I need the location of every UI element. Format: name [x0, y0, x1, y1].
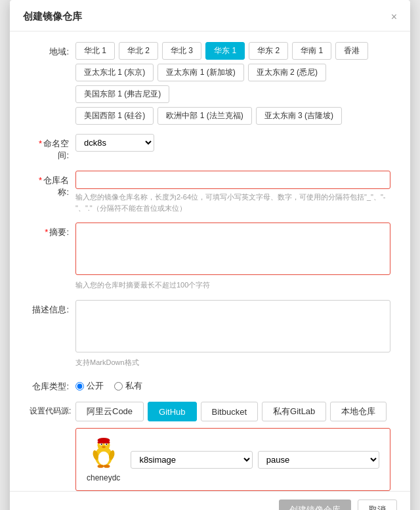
code-source-label: 设置代码源:	[30, 402, 75, 417]
github-source-box: cheneydc k8simage pause	[75, 428, 390, 491]
source-private-gitlab[interactable]: 私有GitLab	[262, 402, 326, 421]
svg-point-10	[97, 465, 103, 468]
code-source-row: 设置代码源: 阿里云Code GitHub Bitbucket 私有GitLab…	[30, 402, 390, 491]
source-bitbucket[interactable]: Bitbucket	[201, 402, 258, 421]
region-btn-sydney[interactable]: 亚太东南 2 (悉尼)	[248, 64, 326, 81]
region-btn-tokyo[interactable]: 亚太东北 1 (东京)	[75, 64, 154, 81]
region-btn-huadong1[interactable]: 华东 1	[205, 42, 245, 60]
cancel-button[interactable]: 取消	[358, 499, 397, 510]
dialog-title: 创建镜像仓库	[23, 11, 82, 23]
region-row: 地域: 华北 1 华北 2 华北 3 华东 1 华东 2 华南 1 香港 亚太东…	[30, 42, 390, 125]
namespace-row: 命名空间: dck8s	[30, 134, 390, 161]
region-grid-3: 美国西部 1 (硅谷) 欧洲中部 1 (法兰克福) 亚太东南 3 (吉隆坡)	[75, 107, 390, 125]
repo-name-content: 输入您的镜像仓库名称，长度为2-64位，可填写小写英文字母、数字，可使用的分隔符…	[75, 171, 390, 213]
namespace-label: 命名空间:	[30, 134, 75, 161]
svg-point-7	[102, 446, 106, 448]
dialog-header: 创建镜像仓库 ×	[10, 0, 410, 32]
source-aliyun[interactable]: 阿里云Code	[75, 402, 144, 421]
region-label: 地域:	[30, 42, 75, 58]
repo-type-content: 公开 私有	[75, 377, 390, 392]
region-content: 华北 1 华北 2 华北 3 华东 1 华东 2 华南 1 香港 亚太东北 1 …	[75, 42, 390, 125]
close-icon[interactable]: ×	[391, 12, 397, 22]
dialog-body: 地域: 华北 1 华北 2 华北 3 华东 1 华东 2 华南 1 香港 亚太东…	[10, 32, 410, 491]
github-username: cheneydc	[87, 473, 120, 482]
desc-label: 描述信息:	[30, 300, 75, 316]
region-btn-huabei1[interactable]: 华北 1	[75, 42, 115, 60]
region-btn-huadong2[interactable]: 华东 2	[249, 42, 288, 60]
repo-type-label: 仓库类型:	[30, 377, 75, 393]
svg-point-13	[97, 438, 110, 443]
tux-icon	[88, 436, 119, 471]
repo-name-select[interactable]: k8simage	[131, 451, 252, 469]
source-local[interactable]: 本地仓库	[330, 402, 387, 421]
region-btn-kl[interactable]: 亚太东南 3 (吉隆坡)	[256, 107, 342, 125]
repo-selects: k8simage pause	[131, 451, 379, 469]
summary-hint: 输入您的仓库时摘要最长不超过100个字符	[75, 280, 390, 291]
summary-row: 摘要: 输入您的仓库时摘要最长不超过100个字符	[30, 223, 390, 291]
desc-textarea[interactable]	[75, 300, 390, 352]
region-btn-silicon[interactable]: 美国西部 1 (硅谷)	[75, 107, 154, 125]
radio-public-label: 公开	[87, 380, 104, 392]
desc-content: 支持MarkDown格式	[75, 300, 390, 368]
source-github[interactable]: GitHub	[148, 402, 196, 421]
radio-public-input[interactable]	[75, 382, 84, 391]
summary-content: 输入您的仓库时摘要最长不超过100个字符	[75, 223, 390, 291]
svg-point-6	[106, 444, 107, 445]
region-grid-1: 华北 1 华北 2 华北 3 华东 1 华东 2 华南 1 香港	[75, 42, 390, 60]
summary-label: 摘要:	[30, 223, 75, 238]
svg-point-1	[98, 452, 109, 465]
create-button[interactable]: 创建镜像仓库	[279, 499, 351, 510]
repo-type-radio-group: 公开 私有	[75, 377, 390, 392]
namespace-content: dck8s	[75, 134, 390, 152]
namespace-select[interactable]: dck8s	[75, 134, 154, 152]
radio-private[interactable]: 私有	[114, 380, 142, 392]
repo-type-row: 仓库类型: 公开 私有	[30, 377, 390, 393]
desc-row: 描述信息: 支持MarkDown格式	[30, 300, 390, 368]
repo-branch-select[interactable]: pause	[258, 451, 379, 469]
region-btn-virginia[interactable]: 美国东部 1 (弗吉尼亚)	[75, 85, 169, 103]
desc-hint: 支持MarkDown格式	[75, 357, 390, 368]
radio-private-label: 私有	[125, 380, 142, 392]
region-btn-huanan1[interactable]: 华南 1	[292, 42, 331, 60]
radio-private-input[interactable]	[114, 382, 123, 391]
summary-textarea[interactable]	[75, 223, 390, 275]
region-btn-singapore[interactable]: 亚太东南 1 (新加坡)	[158, 64, 243, 81]
repo-name-row: 仓库名称: 输入您的镜像仓库名称，长度为2-64位，可填写小写英文字母、数字，可…	[30, 171, 390, 213]
repo-name-label: 仓库名称:	[30, 171, 75, 198]
repo-name-hint: 输入您的镜像仓库名称，长度为2-64位，可填写小写英文字母、数字，可使用的分隔符…	[75, 192, 390, 213]
create-mirror-dialog: 创建镜像仓库 × 地域: 华北 1 华北 2 华北 3 华东 1 华东 2 华南…	[10, 0, 410, 510]
region-btn-frankfurt[interactable]: 欧洲中部 1 (法兰克福)	[158, 107, 251, 125]
source-buttons: 阿里云Code GitHub Bitbucket 私有GitLab 本地仓库	[75, 402, 390, 421]
region-btn-huabei3[interactable]: 华北 3	[162, 42, 201, 60]
region-btn-huabei2[interactable]: 华北 2	[119, 42, 158, 60]
svg-point-5	[100, 444, 102, 445]
code-source-content: 阿里云Code GitHub Bitbucket 私有GitLab 本地仓库	[75, 402, 390, 491]
region-btn-xianggang[interactable]: 香港	[335, 42, 368, 60]
github-logo-area: cheneydc	[87, 436, 120, 482]
dialog-footer: 创建镜像仓库 取消	[10, 491, 410, 510]
repo-name-input[interactable]	[75, 171, 390, 189]
region-grid-2: 亚太东北 1 (东京) 亚太东南 1 (新加坡) 亚太东南 2 (悉尼) 美国东…	[75, 64, 390, 103]
radio-public[interactable]: 公开	[75, 380, 104, 392]
svg-point-11	[104, 465, 110, 468]
